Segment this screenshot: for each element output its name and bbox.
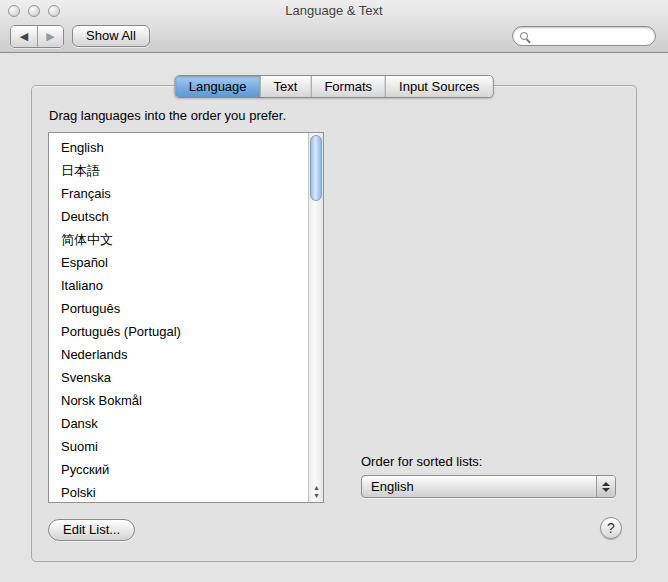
show-all-button[interactable]: Show All <box>72 25 150 47</box>
forward-button[interactable]: ▶ <box>37 26 63 47</box>
back-arrow-icon: ◀ <box>20 30 28 42</box>
forward-arrow-icon: ▶ <box>46 30 54 42</box>
popup-arrows-icon <box>596 476 615 497</box>
language-list-item[interactable]: Русский <box>49 458 308 481</box>
language-list-item[interactable]: Português <box>49 297 308 320</box>
tab-text[interactable]: Text <box>260 76 311 97</box>
language-list[interactable]: English日本語FrançaisDeutsch简体中文EspañolItal… <box>48 132 324 503</box>
language-pane: LanguageTextFormatsInput Sources Drag la… <box>31 85 637 562</box>
sorted-lists-value: English <box>362 479 596 494</box>
back-button[interactable]: ◀ <box>11 26 37 47</box>
scrollbar-arrows[interactable]: ▲▼ <box>309 484 324 500</box>
edit-list-button[interactable]: Edit List... <box>48 519 135 541</box>
toolbar: ◀ ▶ Show All <box>0 22 668 53</box>
minimize-button-icon[interactable] <box>28 5 40 17</box>
zoom-button-icon[interactable] <box>48 5 60 17</box>
sorted-lists-popup[interactable]: English <box>361 475 616 498</box>
language-list-item[interactable]: Português (Portugal) <box>49 320 308 343</box>
language-list-item[interactable]: Suomi <box>49 435 308 458</box>
sorted-lists-label: Order for sorted lists: <box>361 454 482 469</box>
scrollbar[interactable]: ▲▼ <box>308 133 323 502</box>
close-button-icon[interactable] <box>8 5 20 17</box>
help-button[interactable]: ? <box>600 517 622 539</box>
nav-buttons: ◀ ▶ <box>10 25 64 48</box>
language-list-item[interactable]: 简体中文 <box>49 228 308 251</box>
language-list-item[interactable]: Italiano <box>49 274 308 297</box>
tab-language[interactable]: Language <box>176 76 260 97</box>
scrollbar-thumb[interactable] <box>310 135 322 201</box>
language-list-item[interactable]: Svenska <box>49 366 308 389</box>
language-list-item[interactable]: Français <box>49 182 308 205</box>
tab-bar: LanguageTextFormatsInput Sources <box>175 75 494 98</box>
language-list-item[interactable]: Norsk Bokmål <box>49 389 308 412</box>
language-list-item[interactable]: Deutsch <box>49 205 308 228</box>
preferences-window: Language & Text ◀ ▶ Show All LanguageTex… <box>0 0 668 582</box>
window-title: Language & Text <box>0 0 668 22</box>
language-list-item[interactable]: Dansk <box>49 412 308 435</box>
language-list-item[interactable]: Español <box>49 251 308 274</box>
language-list-item[interactable]: 日本語 <box>49 159 308 182</box>
tab-input-sources[interactable]: Input Sources <box>385 76 492 97</box>
language-list-item[interactable]: Nederlands <box>49 343 308 366</box>
tab-formats[interactable]: Formats <box>310 76 385 97</box>
window-controls <box>8 5 60 17</box>
window-header: Language & Text ◀ ▶ Show All <box>0 0 668 53</box>
language-items: English日本語FrançaisDeutsch简体中文EspañolItal… <box>49 136 308 503</box>
title-bar[interactable]: Language & Text <box>0 0 668 22</box>
language-list-item[interactable]: Polski <box>49 481 308 503</box>
instruction-text: Drag languages into the order you prefer… <box>49 108 286 123</box>
search-input[interactable] <box>528 29 668 43</box>
search-icon <box>520 32 528 40</box>
search-field[interactable] <box>512 26 656 46</box>
language-list-item[interactable]: English <box>49 136 308 159</box>
